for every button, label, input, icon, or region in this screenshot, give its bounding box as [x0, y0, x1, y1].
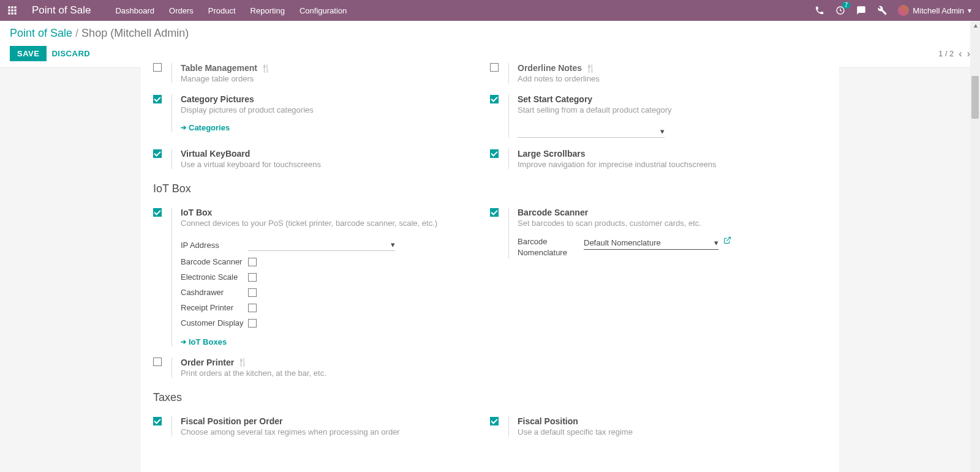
setting-orderline-notes: Orderline Notes 🍴 Add notes to orderline… [490, 61, 815, 83]
svg-rect-7 [11, 12, 13, 14]
checkbox-electronic-scale[interactable] [248, 273, 257, 282]
svg-rect-5 [14, 9, 16, 11]
checkbox-receipt-printer[interactable] [248, 304, 257, 312]
save-button[interactable]: SAVE [10, 46, 47, 61]
checkbox-virtual-keyboard[interactable] [153, 149, 162, 158]
checkbox-fiscal-position-order[interactable] [153, 417, 162, 425]
barcode-nomenclature-select[interactable]: Default Nomenclature▾ [584, 236, 718, 250]
opt-label: Electronic Scale [181, 272, 248, 282]
external-link-icon[interactable] [723, 236, 731, 246]
chevron-down-icon: ▾ [714, 238, 718, 247]
setting-table-management: Table Management 🍴 Manage table orders [153, 61, 478, 83]
phone-icon[interactable] [815, 6, 824, 15]
setting-desc: Manage table orders [181, 74, 478, 83]
activities-badge: 7 [842, 2, 851, 9]
svg-rect-8 [14, 12, 16, 14]
main-menu: Dashboard Orders Product Reporting Confi… [115, 6, 815, 15]
setting-title: IoT Box [181, 208, 478, 217]
checkbox-iot-box[interactable] [153, 208, 162, 217]
tools-icon[interactable] [877, 6, 887, 15]
setting-title: Barcode Scanner [518, 208, 815, 217]
setting-desc: Use a default specific tax regime [518, 427, 815, 436]
breadcrumb-current: Shop (Mitchell Admin) [81, 27, 189, 39]
setting-title: Large Scrollbars [518, 149, 815, 159]
breadcrumb-root[interactable]: Point of Sale [10, 27, 72, 39]
setting-desc: Improve navigation for imprecise industr… [518, 160, 815, 169]
content: Table Management 🍴 Manage table orders O… [141, 61, 839, 472]
checkbox-order-printer[interactable] [153, 358, 162, 366]
setting-title: Virtual KeyBoard [181, 149, 478, 159]
menu-reporting[interactable]: Reporting [251, 6, 285, 15]
setting-order-printer: Order Printer 🍴 Print orders at the kitc… [153, 355, 478, 378]
discard-button[interactable]: DISCARD [51, 49, 90, 58]
checkbox-table-management[interactable] [153, 63, 162, 72]
menu-orders[interactable]: Orders [169, 6, 194, 15]
scrollbar-thumb[interactable] [971, 76, 979, 119]
start-category-select[interactable]: ▾ [518, 125, 665, 138]
setting-fiscal-position: Fiscal Position Use a default specific t… [490, 414, 815, 436]
categories-link[interactable]: Categories [181, 123, 230, 132]
setting-fiscal-position-order: Fiscal Position per Order Choose among s… [153, 414, 478, 436]
ip-address-select[interactable]: ▾ [248, 239, 395, 251]
checkbox-orderline-notes[interactable] [490, 63, 499, 72]
setting-virtual-keyboard: Virtual KeyBoard Use a virtual keyboard … [153, 146, 478, 169]
setting-iot-box: IoT Box Connect devices to your PoS (tic… [153, 205, 478, 347]
section-iot-box: IoT Box [153, 182, 827, 195]
checkbox-large-scrollbars[interactable] [490, 149, 499, 158]
scroll-up-icon[interactable]: ▲ [973, 22, 979, 29]
iot-boxes-link[interactable]: IoT Boxes [181, 337, 227, 347]
opt-label: Receipt Printer [181, 303, 248, 312]
breadcrumb: Point of Sale / Shop (Mitchell Admin) [10, 27, 970, 40]
setting-large-scrollbars: Large Scrollbars Improve navigation for … [490, 146, 815, 169]
checkbox-fiscal-position[interactable] [490, 417, 499, 425]
svg-rect-6 [8, 12, 10, 14]
svg-rect-1 [11, 6, 13, 8]
restaurant-icon: 🍴 [586, 64, 595, 73]
checkbox-barcode-scanner[interactable] [248, 258, 257, 266]
opt-label: Barcode Scanner [181, 257, 248, 266]
setting-desc: Print orders at the kitchen, at the bar,… [181, 369, 478, 378]
chevron-down-icon: ▾ [660, 127, 665, 136]
restaurant-icon: 🍴 [238, 358, 247, 367]
setting-desc: Choose among several tax regimes when pr… [181, 427, 478, 436]
chevron-down-icon: ▾ [391, 240, 395, 249]
section-taxes: Taxes [153, 391, 827, 404]
setting-desc: Use a virtual keyboard for touchscreens [181, 160, 478, 169]
checkbox-start-category[interactable] [490, 95, 499, 103]
menu-configuration[interactable]: Configuration [300, 6, 347, 15]
setting-desc: Start selling from a default product cat… [518, 105, 815, 114]
svg-rect-4 [11, 9, 13, 11]
user-name: Mitchell Admin [913, 6, 964, 15]
pager-prev[interactable]: ‹ [959, 48, 962, 59]
user-menu[interactable]: Mitchell Admin ▼ [898, 5, 973, 16]
svg-rect-0 [8, 6, 10, 8]
scrollbar[interactable]: ▲ [970, 21, 980, 472]
app-title: Point of Sale [32, 4, 91, 17]
menu-product[interactable]: Product [208, 6, 236, 15]
setting-title: Fiscal Position per Order [181, 416, 478, 426]
setting-title: Category Pictures [181, 94, 478, 104]
opt-label: Cashdrawer [181, 288, 248, 297]
ip-address-label: IP Address [181, 241, 248, 250]
setting-title: Table Management [181, 63, 257, 73]
checkbox-customer-display[interactable] [248, 319, 257, 328]
opt-label: Customer Display [181, 318, 248, 329]
checkbox-cashdrawer[interactable] [248, 288, 257, 297]
pager: 1 / 2 ‹ › [938, 48, 970, 59]
setting-title: Fiscal Position [518, 416, 815, 426]
checkbox-category-pictures[interactable] [153, 95, 162, 103]
menu-dashboard[interactable]: Dashboard [115, 6, 154, 15]
setting-desc: Add notes to orderlines [518, 74, 815, 83]
checkbox-barcode-scanner-main[interactable] [490, 208, 499, 217]
topbar: Point of Sale Dashboard Orders Product R… [0, 0, 980, 21]
pager-text: 1 / 2 [938, 49, 954, 58]
svg-rect-3 [8, 9, 10, 11]
activities-icon[interactable]: 7 [835, 6, 845, 15]
setting-desc: Display pictures of product categories [181, 105, 478, 114]
topbar-right: 7 Mitchell Admin ▼ [815, 5, 973, 16]
setting-desc: Set barcodes to scan products, customer … [518, 219, 815, 228]
apps-icon[interactable] [7, 6, 17, 15]
setting-barcode-scanner: Barcode Scanner Set barcodes to scan pro… [490, 205, 815, 258]
chat-icon[interactable] [856, 6, 866, 15]
barcode-nomenclature-label: Barcode Nomenclature [518, 236, 584, 258]
